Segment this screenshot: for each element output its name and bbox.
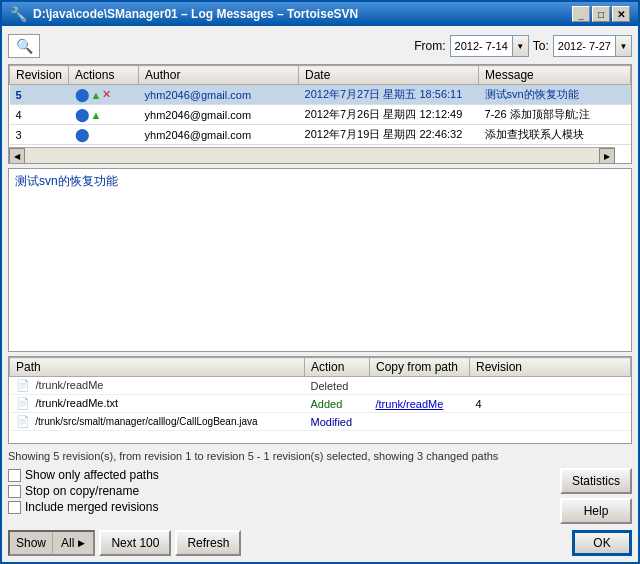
- next100-button[interactable]: Next 100: [99, 530, 171, 556]
- path-row-3[interactable]: 📄 /trunk/src/smalt/manager/calllog/CallL…: [10, 413, 631, 431]
- col-header-revision[interactable]: Revision: [10, 66, 69, 85]
- cell-date-1: 2012年7月27日 星期五 18:56:11: [299, 85, 479, 105]
- show-arrow-icon: ▶: [78, 538, 85, 548]
- col-header-action[interactable]: Action: [305, 358, 370, 377]
- checkbox-row-affected: Show only affected paths: [8, 468, 552, 482]
- checkbox-row-stop: Stop on copy/rename: [8, 484, 552, 498]
- paths-table: Path Action Copy from path Revision 📄 /t…: [9, 357, 631, 431]
- message-text: 测试svn的恢复功能: [15, 174, 118, 188]
- status-text: Showing 5 revision(s), from revision 1 t…: [8, 450, 498, 462]
- refresh-button[interactable]: Refresh: [175, 530, 241, 556]
- show-affected-label: Show only affected paths: [25, 468, 159, 482]
- cell-action-2: Added: [305, 395, 370, 413]
- col-header-actions[interactable]: Actions: [69, 66, 139, 85]
- stop-copy-checkbox[interactable]: [8, 485, 21, 498]
- log-table-container: Revision Actions Author Date Message 5 ⬤: [8, 64, 632, 164]
- action-icon-blue: ⬤: [75, 87, 90, 102]
- checkboxes-group: Show only affected paths Stop on copy/re…: [8, 468, 552, 514]
- cell-path-3: 📄 /trunk/src/smalt/manager/calllog/CallL…: [10, 413, 305, 431]
- scroll-right-btn[interactable]: ▶: [599, 148, 615, 164]
- search-icon: 🔍: [16, 38, 33, 54]
- close-button[interactable]: ✕: [612, 6, 630, 22]
- log-row-1[interactable]: 5 ⬤ ▲ ✕ yhm2046@gmail.com 2012年7月27日 星期五…: [10, 85, 631, 105]
- file-icon-1: 📄: [16, 379, 30, 391]
- cell-rev-1: [470, 377, 631, 395]
- window-body: 🔍 From: 2012- 7-14 ▼ To: 2012- 7-27 ▼: [2, 26, 638, 562]
- cell-date-2: 2012年7月26日 星期四 12:12:49: [299, 105, 479, 125]
- show-text: Show: [16, 536, 46, 550]
- maximize-button[interactable]: □: [592, 6, 610, 22]
- cell-action-1: Deleted: [305, 377, 370, 395]
- col-header-message[interactable]: Message: [479, 66, 631, 85]
- cell-rev-3: [470, 413, 631, 431]
- ok-button[interactable]: OK: [572, 530, 632, 556]
- cell-revision-2: 4: [10, 105, 69, 125]
- log-row-3[interactable]: 3 ⬤ yhm2046@gmail.com 2012年7月19日 星期四 22:…: [10, 125, 631, 145]
- action-icon-blue-3: ⬤: [75, 127, 90, 142]
- col-header-path-revision[interactable]: Revision: [470, 358, 631, 377]
- paths-table-container: Path Action Copy from path Revision 📄 /t…: [8, 356, 632, 444]
- show-section: Show All ▶: [8, 530, 95, 556]
- cell-author-1: yhm2046@gmail.com: [139, 85, 299, 105]
- cell-path-1: 📄 /trunk/readMe: [10, 377, 305, 395]
- search-box[interactable]: 🔍: [8, 34, 40, 58]
- horizontal-scrollbar[interactable]: ◀ ▶: [9, 147, 615, 163]
- bottom-bar: Show All ▶ Next 100 Refresh OK: [8, 528, 632, 556]
- cell-message-3: 添加查找联系人模块: [479, 125, 631, 145]
- from-label: From:: [414, 39, 445, 53]
- col-header-date[interactable]: Date: [299, 66, 479, 85]
- window-title: D:\java\code\SManager01 – Log Messages –…: [33, 7, 358, 21]
- to-date-combo[interactable]: 2012- 7-27 ▼: [553, 35, 632, 57]
- action-icon-red: ✕: [102, 88, 111, 101]
- help-button[interactable]: Help: [560, 498, 632, 524]
- cell-path-2: 📄 /trunk/readMe.txt: [10, 395, 305, 413]
- include-merged-checkbox[interactable]: [8, 501, 21, 514]
- scroll-left-btn[interactable]: ◀: [9, 148, 25, 164]
- log-row-2[interactable]: 4 ⬤ ▲ yhm2046@gmail.com 2012年7月26日 星期四 1…: [10, 105, 631, 125]
- cell-copy-2: /trunk/readMe: [370, 395, 470, 413]
- cell-author-2: yhm2046@gmail.com: [139, 105, 299, 125]
- from-date-combo[interactable]: 2012- 7-14 ▼: [450, 35, 529, 57]
- show-all-part[interactable]: All ▶: [53, 532, 93, 554]
- cell-rev-2: 4: [470, 395, 631, 413]
- cell-actions-2: ⬤ ▲: [69, 105, 139, 125]
- cell-date-3: 2012年7月19日 星期四 22:46:32: [299, 125, 479, 145]
- cell-action-3: Modified: [305, 413, 370, 431]
- minimize-button[interactable]: _: [572, 6, 590, 22]
- cell-revision-1: 5: [10, 85, 69, 105]
- side-buttons: Statistics Help: [560, 468, 632, 524]
- statistics-button[interactable]: Statistics: [560, 468, 632, 494]
- action-icon-green: ▲: [91, 89, 102, 101]
- col-header-copy-from[interactable]: Copy from path: [370, 358, 470, 377]
- cell-message-1: 测试svn的恢复功能: [479, 85, 631, 105]
- action-icon-green-2: ▲: [91, 109, 102, 121]
- scroll-track-h[interactable]: [25, 148, 599, 163]
- toolbar: 🔍 From: 2012- 7-14 ▼ To: 2012- 7-27 ▼: [8, 32, 632, 60]
- from-date-value: 2012- 7-14: [451, 40, 512, 52]
- col-header-path[interactable]: Path: [10, 358, 305, 377]
- main-window: 🔧 D:\java\code\SManager01 – Log Messages…: [0, 0, 640, 564]
- cell-actions-1: ⬤ ▲ ✕: [69, 85, 139, 105]
- cell-author-3: yhm2046@gmail.com: [139, 125, 299, 145]
- window-icon: 🔧: [10, 6, 27, 22]
- stop-copy-label: Stop on copy/rename: [25, 484, 139, 498]
- path-row-1[interactable]: 📄 /trunk/readMe Deleted: [10, 377, 631, 395]
- cell-message-2: 7-26 添加顶部导航;注: [479, 105, 631, 125]
- cell-actions-3: ⬤: [69, 125, 139, 145]
- cell-copy-3: [370, 413, 470, 431]
- to-date-arrow[interactable]: ▼: [615, 36, 631, 56]
- to-date-value: 2012- 7-27: [554, 40, 615, 52]
- message-panel: 测试svn的恢复功能: [8, 168, 632, 352]
- to-label: To:: [533, 39, 549, 53]
- status-bar: Showing 5 revision(s), from revision 1 t…: [8, 448, 632, 464]
- from-date-arrow[interactable]: ▼: [512, 36, 528, 56]
- col-header-author[interactable]: Author: [139, 66, 299, 85]
- options-section: Show only affected paths Stop on copy/re…: [8, 468, 632, 524]
- window-controls: _ □ ✕: [572, 6, 630, 22]
- include-merged-label: Include merged revisions: [25, 500, 158, 514]
- title-bar: 🔧 D:\java\code\SManager01 – Log Messages…: [2, 2, 638, 26]
- action-icon-blue-2: ⬤: [75, 107, 90, 122]
- cell-revision-3: 3: [10, 125, 69, 145]
- path-row-2[interactable]: 📄 /trunk/readMe.txt Added /trunk/readMe …: [10, 395, 631, 413]
- show-affected-checkbox[interactable]: [8, 469, 21, 482]
